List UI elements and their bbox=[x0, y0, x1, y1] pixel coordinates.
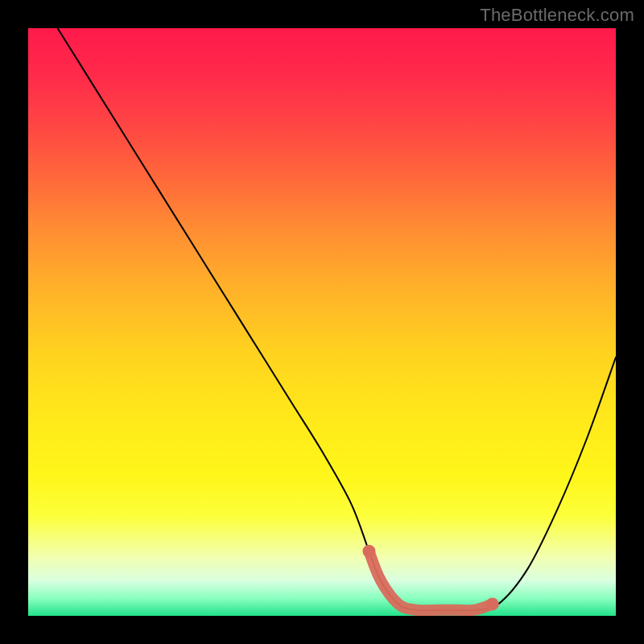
optimal-range-highlight bbox=[369, 551, 492, 611]
plot-area bbox=[28, 28, 616, 616]
highlight-dot bbox=[362, 545, 375, 558]
highlight-dot bbox=[486, 597, 499, 610]
chart-frame: TheBottleneck.com bbox=[0, 0, 644, 644]
bottleneck-curve-line bbox=[58, 28, 617, 610]
chart-svg bbox=[28, 28, 616, 616]
watermark-text: TheBottleneck.com bbox=[480, 5, 634, 26]
